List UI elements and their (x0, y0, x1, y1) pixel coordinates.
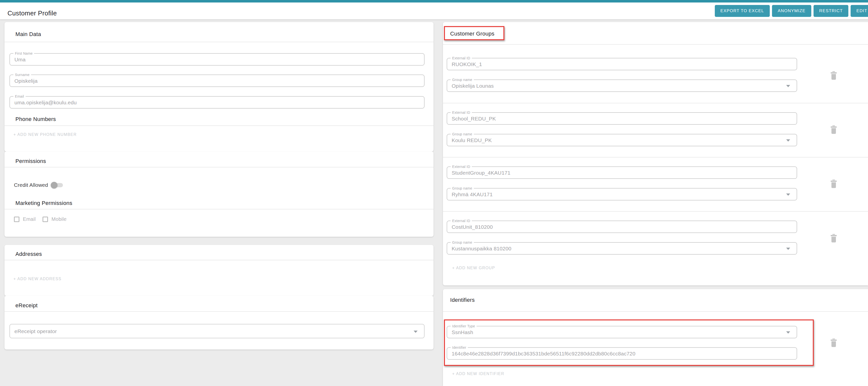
chevron-down-icon (786, 139, 790, 142)
trash-icon (830, 126, 837, 134)
group-name-select[interactable]: Group name Opiskelija Lounas (447, 79, 797, 92)
group-name-label: Group name (451, 240, 474, 245)
mobile-checkbox[interactable] (42, 217, 48, 222)
toggle-thumb (51, 182, 58, 188)
email-field[interactable]: Email uma.opiskelija@koulu.edu (9, 96, 425, 109)
divider (4, 167, 434, 167)
external-id-label: External ID (451, 165, 472, 169)
trash-icon (830, 234, 837, 242)
first-name-field[interactable]: First Name Uma (9, 53, 425, 66)
divider (4, 126, 434, 126)
marketing-mobile-option: Mobile (42, 216, 67, 222)
identifier-type-select[interactable]: Identifier Type SsnHash (447, 326, 797, 338)
add-identifier-button[interactable]: + ADD NEW IDENTIFIER (452, 372, 504, 376)
external-id-field[interactable]: External ID School_REDU_PK (447, 112, 797, 125)
addresses-title: Addresses (16, 251, 42, 257)
trash-icon (830, 180, 837, 188)
permissions-card: Permissions Credit Allowed Marketing Per… (4, 151, 434, 237)
external-id-label: External ID (451, 110, 472, 115)
ereceipt-card: eReceipt eReceipt operator (4, 296, 434, 349)
chevron-down-icon (786, 85, 790, 87)
add-phone-number-button[interactable]: + ADD NEW PHONE NUMBER (13, 132, 76, 137)
ereceipt-operator-select[interactable]: eReceipt operator (9, 324, 425, 338)
surname-label: Surname (13, 73, 31, 77)
credit-allowed-label: Credit Allowed (14, 182, 48, 188)
group-name-select[interactable]: Group name Ryhmä 4KAU171 (447, 188, 797, 201)
main-data-title: Main Data (16, 31, 41, 37)
chevron-down-icon (786, 194, 790, 196)
divider (443, 211, 868, 212)
group-name-value: Opiskelija Lounas (452, 83, 494, 89)
external-id-field[interactable]: External ID StudentGroup_4KAU171 (447, 167, 797, 179)
identifier-value: 164c8e46e2828d36f7399d1bc363531bde56511f… (452, 351, 636, 357)
divider (443, 44, 868, 45)
restrict-button[interactable]: RESTRICT (813, 5, 848, 17)
external-id-value: StudentGroup_4KAU171 (452, 170, 510, 176)
marketing-permissions-title: Marketing Permissions (16, 200, 72, 206)
customer-groups-title: Customer Groups (450, 31, 494, 37)
chevron-down-icon (786, 331, 790, 334)
divider (443, 311, 868, 312)
external-id-field[interactable]: External ID RUOKOIK_1 (447, 58, 797, 70)
identifiers-card: Identifiers Identifier Type SsnHash Iden… (443, 289, 868, 386)
top-accent-bar (0, 0, 868, 2)
external-id-value: RUOKOIK_1 (452, 61, 482, 67)
group-name-label: Group name (451, 132, 474, 136)
group-name-value: Kustannuspaikka 810200 (452, 246, 512, 252)
permissions-title: Permissions (16, 158, 46, 165)
divider (443, 157, 868, 157)
anonymize-button[interactable]: ANONYMIZE (772, 5, 811, 17)
divider (4, 209, 434, 209)
identifier-type-label: Identifier Type (451, 324, 476, 328)
first-name-value: Uma (14, 57, 26, 63)
identifier-field[interactable]: Identifier 164c8e46e2828d36f7399d1bc3635… (447, 347, 797, 360)
identifier-type-value: SsnHash (452, 329, 473, 335)
delete-group-button[interactable] (830, 71, 837, 80)
external-id-value: CostUnit_810200 (452, 224, 493, 230)
chevron-down-icon (786, 248, 790, 250)
delete-group-button[interactable] (830, 234, 837, 242)
external-id-label: External ID (451, 219, 472, 223)
credit-allowed-toggle[interactable] (52, 183, 63, 187)
group-name-label: Group name (451, 77, 474, 82)
export-to-excel-button[interactable]: EXPORT TO EXCEL (715, 5, 770, 17)
group-name-select[interactable]: Group name Kustannuspaikka 810200 (447, 242, 797, 255)
external-id-value: School_REDU_PK (452, 116, 496, 122)
group-name-label: Group name (451, 186, 474, 190)
external-id-label: External ID (451, 56, 472, 60)
main-data-card: Main Data First Name Uma Surname Opiskel… (4, 22, 434, 151)
group-name-value: Koulu REDU_PK (452, 137, 492, 143)
toolbar: EXPORT TO EXCEL ANONYMIZE RESTRICT EDIT (715, 5, 868, 17)
marketing-email-option: Email (14, 216, 36, 222)
email-value: uma.opiskelija@koulu.edu (14, 100, 76, 106)
surname-value: Opiskelija (14, 78, 37, 84)
ereceipt-operator-placeholder: eReceipt operator (14, 328, 57, 334)
mobile-checkbox-label: Mobile (52, 216, 67, 222)
identifiers-title: Identifiers (450, 297, 475, 303)
ereceipt-title: eReceipt (16, 302, 37, 309)
group-name-value: Ryhmä 4KAU171 (452, 191, 493, 198)
edit-button[interactable]: EDIT (850, 5, 868, 17)
email-checkbox[interactable] (14, 217, 20, 222)
trash-icon (830, 339, 837, 347)
surname-field[interactable]: Surname Opiskelija (9, 74, 425, 87)
first-name-label: First Name (13, 51, 34, 56)
divider (443, 103, 868, 103)
email-checkbox-label: Email (23, 216, 36, 222)
trash-icon (830, 71, 837, 80)
external-id-field[interactable]: External ID CostUnit_810200 (447, 220, 797, 233)
add-group-button[interactable]: + ADD NEW GROUP (452, 266, 495, 270)
addresses-card: Addresses + ADD NEW ADDRESS (4, 245, 434, 296)
delete-identifier-button[interactable] (830, 339, 837, 347)
chevron-down-icon (413, 330, 417, 333)
customer-groups-card: Customer Groups External ID RUOKOIK_1 Gr… (443, 22, 868, 285)
email-label: Email (13, 94, 26, 99)
group-name-select[interactable]: Group name Koulu REDU_PK (447, 134, 797, 146)
divider (4, 311, 434, 312)
delete-group-button[interactable] (830, 180, 837, 188)
app-header: Customer Profile EXPORT TO EXCEL ANONYMI… (0, 2, 868, 20)
page-title: Customer Profile (7, 9, 57, 17)
divider (4, 260, 434, 260)
delete-group-button[interactable] (830, 126, 837, 134)
add-address-button[interactable]: + ADD NEW ADDRESS (13, 277, 61, 281)
